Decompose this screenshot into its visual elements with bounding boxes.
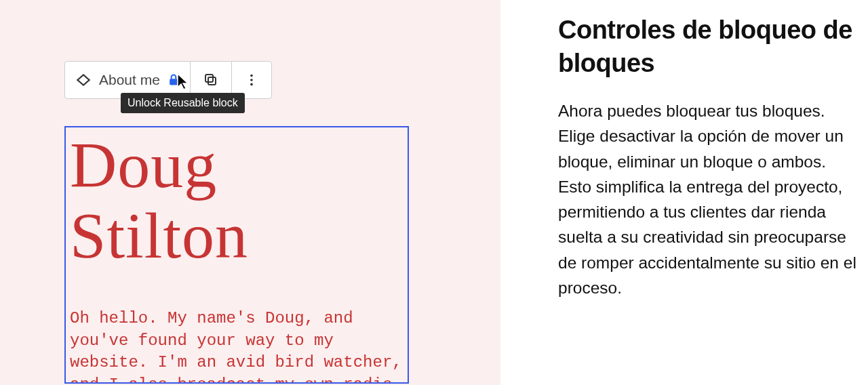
- selected-block[interactable]: Doug Stilton Oh hello. My name's Doug, a…: [64, 126, 409, 384]
- cursor-icon: [176, 73, 190, 93]
- description-panel: Controles de bloqueo de bloques Ahora pu…: [500, 0, 868, 385]
- svg-rect-2: [205, 75, 213, 82]
- svg-rect-1: [208, 77, 216, 85]
- more-vertical-icon: [244, 73, 259, 87]
- feature-description: Ahora puedes bloquear tus bloques. Elige…: [558, 98, 863, 300]
- feature-heading: Controles de bloqueo de bloques: [558, 14, 863, 79]
- svg-point-5: [250, 83, 253, 86]
- copy-icon: [203, 72, 219, 88]
- unlock-tooltip: Unlock Reusable block: [121, 93, 245, 113]
- block-type-icon: [75, 71, 92, 89]
- block-paragraph[interactable]: Oh hello. My name's Doug, and you've fou…: [70, 308, 403, 384]
- svg-point-4: [250, 79, 253, 81]
- block-heading[interactable]: Doug Stilton: [70, 130, 403, 270]
- svg-point-3: [250, 75, 253, 77]
- editor-preview-panel: About me: [0, 0, 500, 385]
- block-label: About me: [99, 72, 160, 88]
